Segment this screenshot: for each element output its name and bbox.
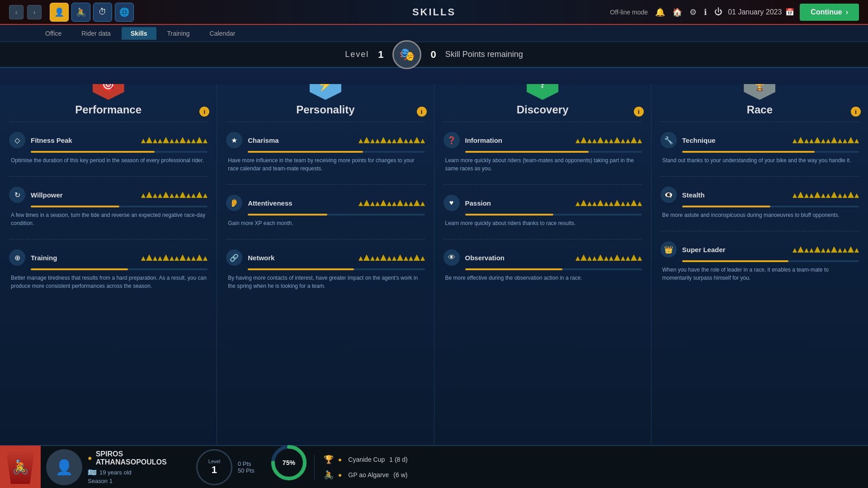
bell-icon[interactable]: 🔔 xyxy=(655,7,665,17)
rider-status-dot: ● xyxy=(88,454,92,462)
power-icon[interactable]: ⏻ xyxy=(714,7,722,17)
charisma-desc: Have more influence in the team by recei… xyxy=(226,156,425,173)
stealth-name: Stealth xyxy=(682,191,787,199)
skill-stealth: 👁‍🗨 Stealth Be more astute and inconspic… xyxy=(651,182,868,225)
top-bar-system-icons: Off-line mode 🔔 🏠 ⚙ ℹ ⏻ xyxy=(610,7,722,17)
information-icon: ❓ xyxy=(443,132,460,148)
level-ring: Level 1 xyxy=(196,449,232,485)
technique-icon: 🔧 xyxy=(660,132,677,148)
super-leader-icon: 👑 xyxy=(660,241,677,258)
info-icon[interactable]: ℹ xyxy=(704,7,707,17)
tab-skills[interactable]: Skills xyxy=(122,27,156,40)
willpower-icon: ↻ xyxy=(9,187,25,203)
skill-charisma: ★ Charisma Have more influence in the te… xyxy=(217,127,434,179)
information-name: Information xyxy=(465,136,570,144)
level-value: 1 xyxy=(378,49,383,61)
top-bar-left: ‹ › 👤 🚴 ⏱ 🌐 xyxy=(9,3,134,22)
race-gp-icon: 🚴 xyxy=(324,470,334,480)
nav-icon-clock[interactable]: ⏱ xyxy=(93,3,112,22)
race-detail-0: 1 (8 d) xyxy=(389,456,407,463)
charisma-stars xyxy=(359,137,425,143)
page-title: SKILLS xyxy=(412,6,456,18)
network-stars xyxy=(359,254,425,261)
training-desc: Better manage tiredness that results fro… xyxy=(9,274,208,290)
skill-attentiveness: 👂 Attentiveness Gain more XP each month. xyxy=(217,190,434,234)
willpower-name: Willpower xyxy=(31,191,136,199)
race-badge-dot-1: ● xyxy=(338,471,342,479)
technique-stars xyxy=(793,137,859,143)
observation-icon: 👁 xyxy=(443,249,460,266)
skill-technique: 🔧 Technique Stand out thanks to your und… xyxy=(651,127,868,171)
personality-card: ⚡ i Personality ★ Charisma Have more xyxy=(217,84,434,445)
stealth-desc: Be more astute and inconspicuous during … xyxy=(660,211,859,219)
level-inner: Level 1 xyxy=(208,459,220,476)
observation-stars xyxy=(576,254,642,261)
performance-icon: 🎯 xyxy=(93,84,124,100)
nav-icon-rider[interactable]: 👤 xyxy=(50,3,69,22)
fitness-peak-desc: Optimise the duration of this key period… xyxy=(9,156,208,164)
personality-icon: ⚡ xyxy=(310,84,341,100)
passion-desc: Learn more quickly about riders thanks t… xyxy=(443,219,642,227)
skill-points-label: Skill Points remaining xyxy=(445,50,523,59)
fitness-peak-icon: ◇ xyxy=(9,132,25,148)
continue-arrow-icon: › xyxy=(846,8,848,16)
super-leader-name: Super Leader xyxy=(682,246,787,253)
network-desc: By having more contacts of interest, hav… xyxy=(226,274,425,290)
rider-photo: 👤 xyxy=(46,449,82,485)
fitness-peak-name: Fitness Peak xyxy=(31,136,136,144)
nav-forward-button[interactable]: › xyxy=(27,5,42,19)
performance-title: Performance xyxy=(0,103,217,116)
offline-mode-label: Off-line mode xyxy=(610,9,648,16)
stealth-stars xyxy=(793,192,859,198)
observation-name: Observation xyxy=(465,254,570,262)
nav-back-button[interactable]: ‹ xyxy=(9,5,24,19)
gear-icon[interactable]: ⚙ xyxy=(689,7,697,17)
discovery-title: Discovery xyxy=(434,103,651,116)
skill-super-leader: 👑 Super Leader When you have the role of… xyxy=(651,237,868,288)
technique-desc: Stand out thanks to your understanding o… xyxy=(660,156,859,164)
race-detail-1: (6 w) xyxy=(393,471,407,479)
passion-stars xyxy=(576,200,642,206)
skill-training: ⊕ Training Better manage tiredness that … xyxy=(0,245,217,296)
skill-fitness-peak: ◇ Fitness Peak Optimise the duration of … xyxy=(0,127,217,171)
attentiveness-name: Attentiveness xyxy=(248,199,353,207)
tab-calendar[interactable]: Calendar xyxy=(201,27,245,40)
home-icon[interactable]: 🏠 xyxy=(672,7,682,17)
rider-age: 🇬🇷 19 years old xyxy=(88,468,187,477)
race-item-1: 🚴 ● GP ao Algarve (6 w) xyxy=(324,470,408,480)
training-name: Training xyxy=(31,254,136,262)
tab-training[interactable]: Training xyxy=(158,27,199,40)
skill-observation: 👁 Observation Be more effective during t… xyxy=(434,245,651,288)
personality-title: Personality xyxy=(217,103,434,116)
tab-rider-data[interactable]: Rider data xyxy=(72,27,120,40)
super-leader-stars xyxy=(793,246,859,253)
observation-desc: Be more effective during the observation… xyxy=(443,274,642,282)
trophy-icon: 🏆 xyxy=(324,455,334,465)
information-stars xyxy=(576,137,642,143)
race-name-0: Cyanide Cup xyxy=(348,456,385,463)
nav-icon-team[interactable]: 🚴 xyxy=(71,3,90,22)
progress-label: 75% xyxy=(271,459,307,466)
top-bar: ‹ › 👤 🚴 ⏱ 🌐 SKILLS Off-line mode 🔔 🏠 ⚙ ℹ… xyxy=(0,0,868,25)
training-skill-icon: ⊕ xyxy=(9,249,25,266)
tab-office[interactable]: Office xyxy=(36,27,71,40)
willpower-stars xyxy=(141,192,208,198)
nav-icon-globe[interactable]: 🌐 xyxy=(115,3,134,22)
nav-icons: 👤 🚴 ⏱ 🌐 xyxy=(50,3,134,22)
network-icon: 🔗 xyxy=(226,249,242,266)
calendar-icon[interactable]: 📅 xyxy=(785,8,794,16)
race-hexagon: 🏆 xyxy=(744,84,775,100)
performance-card: 🎯 i Performance ◇ Fitness Peak Opti xyxy=(0,84,217,445)
race-item-0: 🏆 ● Cyanide Cup 1 (8 d) xyxy=(324,455,408,465)
attentiveness-stars xyxy=(359,200,425,206)
bottom-bar: 🚴 👤 ● SPIROS ATHANASOPOULOS 🇬🇷 19 years … xyxy=(0,445,868,488)
top-bar-right: Off-line mode 🔔 🏠 ⚙ ℹ ⏻ 01 January 2023 … xyxy=(610,4,859,21)
discovery-icon: ? xyxy=(527,84,558,100)
passion-name: Passion xyxy=(465,199,570,207)
continue-button[interactable]: Continue › xyxy=(800,4,859,21)
race-badge-dot: ● xyxy=(338,456,342,463)
level-bar: Level 1 🎭 0 Skill Points remaining xyxy=(0,42,868,68)
skill-network: 🔗 Network By having more contacts of int… xyxy=(217,245,434,296)
date-display: 01 January 2023 📅 xyxy=(728,8,794,16)
performance-hexagon: 🎯 xyxy=(93,84,124,100)
